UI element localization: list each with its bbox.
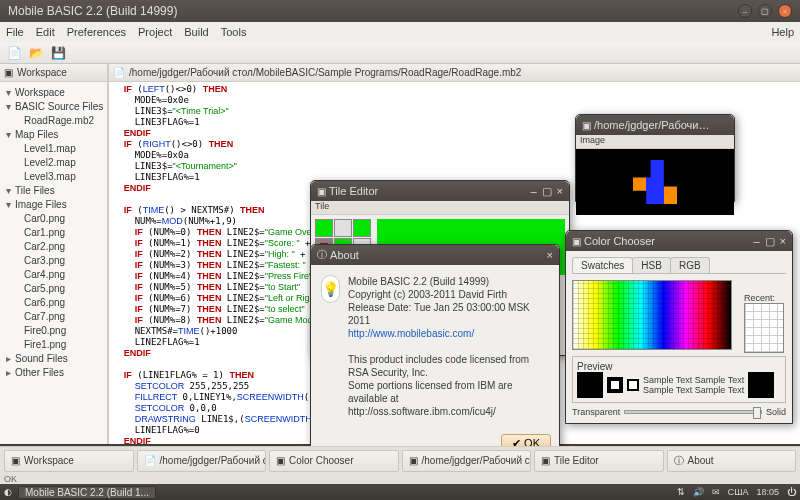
tree-item[interactable]: Car2.png xyxy=(2,240,105,254)
status-bar: OK xyxy=(0,474,800,484)
tree-item[interactable]: Car0.png xyxy=(2,212,105,226)
about-close-button[interactable]: × xyxy=(547,249,553,261)
sidebar-title: Workspace xyxy=(17,67,67,78)
color-chooser-window[interactable]: ▣ Color Chooser –▢× Swatches HSB RGB Rec… xyxy=(565,230,793,424)
save-icon[interactable]: 💾 xyxy=(48,44,68,62)
preview-label: Preview xyxy=(577,361,781,372)
recent-swatches: Recent: xyxy=(744,293,784,353)
preview-swatch-large xyxy=(577,372,603,398)
tree-group[interactable]: ▾Tile Files xyxy=(2,184,105,198)
tree-item[interactable]: Car4.png xyxy=(2,268,105,282)
menu-preferences[interactable]: Preferences xyxy=(67,26,126,38)
chooser-close-button[interactable]: × xyxy=(780,235,786,248)
main-toolbar: 📄 📂 💾 xyxy=(0,42,800,64)
clock[interactable]: 18:05 xyxy=(756,487,779,497)
window-titlebar: Mobile BASIC 2.2 (Build 14999) – ▢ × xyxy=(0,0,800,22)
editor-path: /home/jgdger/Рабочий стол/MobileBASIC/Sa… xyxy=(129,67,521,78)
tree-item[interactable]: Car5.png xyxy=(2,282,105,296)
recent-grid[interactable] xyxy=(744,303,784,353)
menu-build[interactable]: Build xyxy=(184,26,208,38)
about-title: About xyxy=(330,249,359,261)
task-image[interactable]: ▣/home/jgdger/Рабочий стол/M... xyxy=(402,450,532,472)
tab-swatches[interactable]: Swatches xyxy=(572,257,633,273)
about-dialog[interactable]: ⓘ About × 💡 Mobile BASIC 2.2 (Build 1499… xyxy=(310,244,560,462)
tab-rgb[interactable]: RGB xyxy=(670,257,710,273)
tree-group[interactable]: ▸Sound Files xyxy=(2,352,105,366)
minimize-button[interactable]: – xyxy=(738,4,752,18)
image-canvas xyxy=(576,149,734,215)
tree-item[interactable]: Fire0.png xyxy=(2,324,105,338)
task-about[interactable]: ⓘAbout xyxy=(667,450,797,472)
tile-icon: ▣ xyxy=(317,186,326,197)
file-icon: 📄 xyxy=(113,67,125,78)
sample-text: Sample Text Sample Text xyxy=(643,385,744,395)
lang-indicator[interactable]: США xyxy=(728,487,749,497)
maximize-button[interactable]: ▢ xyxy=(758,4,772,18)
task-workspace[interactable]: ▣Workspace xyxy=(4,450,134,472)
tree-item[interactable]: Car3.png xyxy=(2,254,105,268)
window-title: Mobile BASIC 2.2 (Build 14999) xyxy=(8,4,177,18)
open-icon[interactable]: 📂 xyxy=(26,44,46,62)
about-line: Release Date: Tue Jan 25 03:00:00 MSK 20… xyxy=(348,301,549,327)
network-icon[interactable]: ⇅ xyxy=(677,487,685,497)
transparent-label: Transparent xyxy=(572,407,620,417)
tree-item[interactable]: Level3.map xyxy=(2,170,105,184)
chooser-tabs: Swatches HSB RGB xyxy=(572,257,786,274)
tab-hsb[interactable]: HSB xyxy=(632,257,671,273)
tree-group[interactable]: ▾BASIC Source Files xyxy=(2,100,105,114)
chooser-min-button[interactable]: – xyxy=(753,235,759,248)
swatches-grid[interactable] xyxy=(572,280,732,350)
chooser-max-button[interactable]: ▢ xyxy=(765,235,775,248)
tree-item[interactable]: Level1.map xyxy=(2,142,105,156)
preview-panel: Preview Sample Text Sample Text Sample T… xyxy=(572,356,786,403)
menu-help[interactable]: Help xyxy=(771,26,794,38)
tree-item[interactable]: Fire1.png xyxy=(2,338,105,352)
tile-max-button[interactable]: ▢ xyxy=(542,185,552,198)
apps-icon[interactable]: ◐ xyxy=(4,487,12,497)
tree-item[interactable]: Car6.png xyxy=(2,296,105,310)
task-editor[interactable]: 📄/home/jgdger/Рабочий стол/M... xyxy=(137,450,267,472)
tree-group[interactable]: ▸Other Files xyxy=(2,366,105,380)
new-icon[interactable]: 📄 xyxy=(4,44,24,62)
os-taskbar: ◐ Mobile BASIC 2.2 (Build 1... ⇅ 🔊 ✉ США… xyxy=(0,484,800,500)
about-line: Copyright (c) 2003-2011 David Firth xyxy=(348,288,549,301)
main-menu: File Edit Preferences Project Build Tool… xyxy=(0,22,800,42)
bulb-icon: 💡 xyxy=(321,275,340,303)
preview-swatch-large2 xyxy=(748,372,774,398)
image-window[interactable]: ▣ /home/jgdger/Рабочий стол/MobileBASIC/… xyxy=(575,114,735,202)
tree-group[interactable]: ▾Workspace xyxy=(2,86,105,100)
file-tree[interactable]: ▾Workspace▾BASIC Source FilesRoadRage.mb… xyxy=(0,82,107,384)
os-task-app[interactable]: Mobile BASIC 2.2 (Build 1... xyxy=(18,486,156,499)
tile-close-button[interactable]: × xyxy=(557,185,563,198)
image-path: /home/jgdger/Рабочий стол/MobileBASIC/Sa… xyxy=(594,119,714,131)
tile-editor-title: Tile Editor xyxy=(329,185,378,197)
close-button[interactable]: × xyxy=(778,4,792,18)
task-chooser[interactable]: ▣Color Chooser xyxy=(269,450,399,472)
info-icon: ⓘ xyxy=(317,248,327,262)
opacity-slider[interactable] xyxy=(624,410,762,414)
about-link[interactable]: http://www.mobilebasic.com/ xyxy=(348,327,549,340)
tree-group[interactable]: ▾Image Files xyxy=(2,198,105,212)
tree-item[interactable]: Car7.png xyxy=(2,310,105,324)
about-para: This product includes code licensed from… xyxy=(348,353,549,418)
tree-item[interactable]: Car1.png xyxy=(2,226,105,240)
tree-item[interactable]: Level2.map xyxy=(2,156,105,170)
menu-edit[interactable]: Edit xyxy=(36,26,55,38)
tree-item[interactable]: RoadRage.mb2 xyxy=(2,114,105,128)
chooser-title: Color Chooser xyxy=(584,235,655,247)
sidebar-header: ▣ Workspace xyxy=(0,64,107,82)
sample-text: Sample Text Sample Text xyxy=(643,375,744,385)
menu-file[interactable]: File xyxy=(6,26,24,38)
slider-knob[interactable] xyxy=(753,407,761,419)
tile-min-button[interactable]: – xyxy=(530,185,536,198)
palette-icon: ▣ xyxy=(572,236,581,247)
image-icon: ▣ xyxy=(582,120,591,131)
menu-tools[interactable]: Tools xyxy=(221,26,247,38)
menu-project[interactable]: Project xyxy=(138,26,172,38)
preview-swatch-small xyxy=(627,379,639,391)
tree-group[interactable]: ▾Map Files xyxy=(2,128,105,142)
power-icon[interactable]: ⏻ xyxy=(787,487,796,497)
sound-icon[interactable]: 🔊 xyxy=(693,487,704,497)
mail-icon[interactable]: ✉ xyxy=(712,487,720,497)
task-tile[interactable]: ▣Tile Editor xyxy=(534,450,664,472)
